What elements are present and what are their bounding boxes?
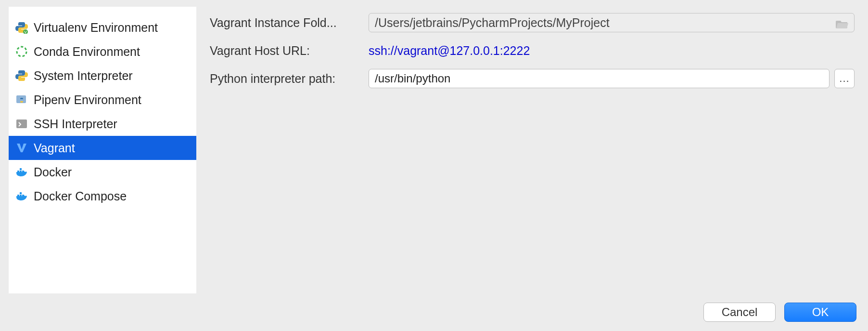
instance-folder-label: Vagrant Instance Fold... [210, 16, 369, 30]
cancel-button[interactable]: Cancel [703, 303, 776, 322]
sidebar-item-vagrant[interactable]: Vagrant [9, 136, 196, 160]
pipenv-icon [15, 93, 28, 106]
instance-folder-value: /Users/jetbrains/PycharmProjects/MyProje… [375, 16, 610, 30]
interpreter-path-input[interactable] [369, 69, 830, 88]
sidebar-item-docker-compose[interactable]: Docker Compose [9, 184, 196, 208]
svg-rect-8 [20, 168, 22, 170]
sidebar-item-label: Docker [34, 165, 72, 179]
vagrant-icon [15, 142, 28, 154]
sidebar-item-conda[interactable]: Conda Environment [9, 40, 196, 64]
sidebar-item-label: Pipenv Environment [34, 93, 141, 107]
sidebar-item-label: Vagrant [34, 141, 75, 155]
svg-point-2 [17, 47, 26, 56]
docker-compose-icon [15, 190, 28, 202]
conda-icon [15, 45, 28, 58]
host-url-link[interactable]: ssh://vagrant@127.0.0.1:2222 [369, 44, 530, 58]
sidebar-item-docker[interactable]: Docker [9, 160, 196, 184]
sidebar-item-ssh[interactable]: SSH Interpreter [9, 112, 196, 136]
instance-folder-field[interactable]: /Users/jetbrains/PycharmProjects/MyProje… [369, 13, 855, 32]
sidebar-item-label: Conda Environment [34, 45, 140, 59]
python-icon [15, 69, 28, 82]
ssh-terminal-icon [15, 118, 28, 130]
sidebar-item-virtualenv[interactable]: V Virtualenv Environment [9, 15, 196, 40]
svg-rect-12 [20, 192, 22, 194]
interpreter-type-sidebar: V Virtualenv Environment Conda Environme… [9, 7, 196, 293]
host-url-label: Vagrant Host URL: [210, 44, 369, 58]
docker-icon [15, 166, 28, 178]
dialog-footer: Cancel OK [0, 300, 868, 331]
sidebar-item-label: Docker Compose [34, 189, 127, 203]
interpreter-path-label: Python interpreter path: [210, 72, 369, 86]
svg-text:V: V [24, 30, 27, 34]
sidebar-item-system[interactable]: System Interpreter [9, 64, 196, 88]
sidebar-item-label: SSH Interpreter [34, 117, 117, 131]
folder-open-icon[interactable] [836, 18, 848, 27]
sidebar-item-label: System Interpreter [34, 69, 133, 83]
svg-rect-4 [16, 119, 27, 128]
interpreter-path-browse-button[interactable]: ... [834, 69, 855, 88]
python-virtualenv-icon: V [15, 21, 28, 34]
ok-button[interactable]: OK [784, 303, 856, 322]
vagrant-settings-panel: Vagrant Instance Fold... /Users/jetbrain… [196, 0, 868, 300]
sidebar-item-pipenv[interactable]: Pipenv Environment [9, 88, 196, 112]
sidebar-item-label: Virtualenv Environment [34, 21, 158, 35]
